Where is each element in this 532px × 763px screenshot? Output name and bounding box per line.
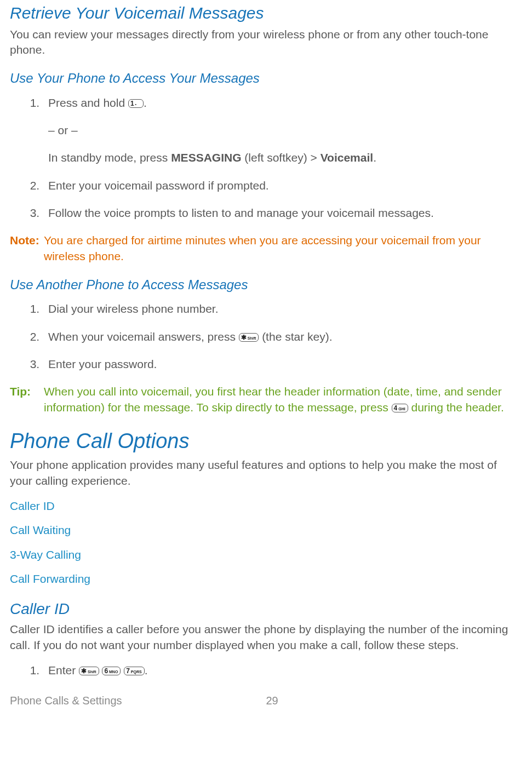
tip-label: Tip:	[10, 384, 44, 399]
tip-callout: Tip: When you call into voicemail, you f…	[10, 384, 522, 415]
step-item: When your voicemail answers, press ✱ Shi…	[43, 329, 522, 345]
key-4-icon: 4 GHI	[392, 404, 408, 412]
text: (left softkey) >	[241, 151, 320, 164]
key-7-icon: 7 PQRS	[124, 667, 144, 675]
phone-options-intro: Your phone application provides many use…	[10, 457, 522, 489]
menu-messaging: MESSAGING	[171, 151, 241, 164]
steps-use-another: Dial your wireless phone number. When yo…	[20, 301, 522, 372]
heading-use-another: Use Another Phone to Access Messages	[10, 276, 522, 294]
retrieve-intro: You can review your messages directly fr…	[10, 27, 522, 58]
heading-caller-id: Caller ID	[10, 599, 522, 619]
step-item: Enter your voicemail password if prompte…	[43, 178, 522, 193]
tip-body: When you call into voicemail, you first …	[44, 384, 522, 415]
section-links: Caller ID Call Waiting 3-Way Calling Cal…	[10, 498, 522, 587]
note-callout: Note: You are charged for airtime minute…	[10, 233, 522, 264]
heading-phone-options: Phone Call Options	[10, 427, 522, 455]
step-text: When your voicemail answers, press	[48, 330, 239, 343]
key-6-icon: 6 MNO	[102, 667, 121, 675]
note-label: Note:	[10, 233, 44, 248]
text: .	[373, 151, 376, 164]
heading-use-your-phone: Use Your Phone to Access Your Messages	[10, 70, 522, 87]
steps-use-your-phone: Press and hold 1 ▪. – or – In standby mo…	[20, 95, 522, 221]
caller-id-intro: Caller ID identifies a caller before you…	[10, 622, 522, 653]
step-text: .	[144, 96, 147, 109]
step-item: Dial your wireless phone number.	[43, 301, 522, 317]
key-star-icon: ✱ Shift	[79, 667, 99, 675]
step-item: Follow the voice prompts to listen to an…	[43, 205, 522, 221]
step-text: (the star key).	[259, 330, 332, 343]
page-footer: Phone Calls & Settings 29	[10, 693, 522, 708]
link-caller-id[interactable]: Caller ID	[10, 498, 522, 514]
step-item: Enter ✱ Shift 6 MNO 7 PQRS.	[43, 663, 522, 678]
footer-section: Phone Calls & Settings	[10, 693, 266, 708]
step-item: Press and hold 1 ▪. – or – In standby mo…	[43, 95, 522, 166]
menu-voicemail: Voicemail	[321, 151, 374, 164]
heading-retrieve: Retrieve Your Voicemail Messages	[10, 2, 522, 25]
step-text: Press and hold	[48, 96, 128, 109]
steps-caller-id: Enter ✱ Shift 6 MNO 7 PQRS.	[20, 663, 522, 678]
key-star-icon: ✱ Shift	[239, 333, 259, 342]
key-1-icon: 1 ▪	[128, 99, 144, 108]
step-item: Enter your password.	[43, 357, 522, 372]
note-body: You are charged for airtime minutes when…	[44, 233, 522, 264]
link-3way-calling[interactable]: 3-Way Calling	[10, 547, 522, 563]
text: In standby mode, press	[48, 151, 171, 164]
footer-page-number: 29	[266, 693, 523, 708]
step-text: Enter	[48, 664, 79, 676]
link-call-forwarding[interactable]: Call Forwarding	[10, 571, 522, 587]
step-text: .	[145, 664, 148, 676]
step-or: – or –	[48, 123, 522, 138]
step-alt: In standby mode, press MESSAGING (left s…	[48, 150, 522, 165]
text: during the header.	[408, 401, 504, 414]
link-call-waiting[interactable]: Call Waiting	[10, 523, 522, 538]
